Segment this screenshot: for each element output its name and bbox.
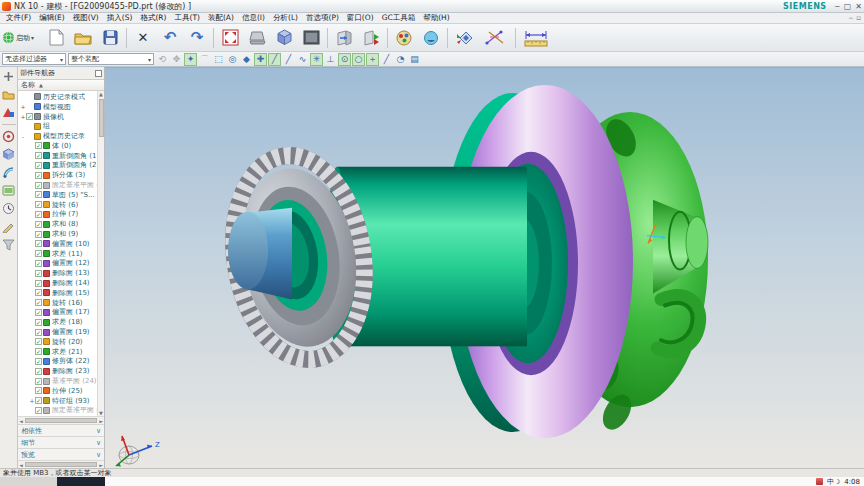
checkbox-icon[interactable] [35,211,42,218]
maximize-button[interactable]: ▢ [844,2,852,11]
tree-row[interactable]: 旋转 (6) [18,200,104,210]
redo-button[interactable]: ↷ [184,25,210,51]
snap-point-toggle[interactable]: ○ [352,53,365,66]
tree-row[interactable]: 求和 (9) [18,229,104,239]
tray-item[interactable]: 中 [827,478,834,486]
expander-icon[interactable]: + [20,103,26,110]
snap-point-toggle[interactable]: ◎ [226,53,239,66]
tree-row[interactable]: 组 [18,121,104,131]
checkbox-icon[interactable] [35,378,42,385]
shaded-display-button[interactable] [271,25,297,51]
tree-row[interactable]: 求差 (18) [18,317,104,327]
tree-row[interactable]: 求差 (11) [18,249,104,259]
checkbox-icon[interactable] [26,113,33,120]
assembly-constraints-button[interactable] [451,25,477,51]
menu-item[interactable]: 文件(F) [2,13,35,23]
snap-point-toggle[interactable]: ✳ [310,53,323,66]
checkbox-icon[interactable] [35,221,42,228]
tree-row[interactable]: 求和 (8) [18,219,104,229]
tree-row[interactable]: 删除面 (23) [18,366,104,376]
snap-point-toggle[interactable]: ＋ [366,53,379,66]
display-mode-button[interactable] [298,25,324,51]
tree-row[interactable]: + 模型视图 [18,102,104,112]
snap-point-toggle[interactable]: ◔ [394,53,407,66]
checkbox-icon[interactable] [35,329,42,336]
start-menu-button[interactable]: 启动 ▾ [2,31,42,44]
snap-point-toggle[interactable]: ◆ [240,53,253,66]
collapsible-panel-header[interactable]: 相依性 ∨ [18,424,104,436]
tree-row[interactable]: 拉伸 (25) [18,386,104,396]
undock-icon[interactable] [95,70,102,77]
title-bar[interactable]: NX 10 - 建模 - [FG20090455-PD.prt (修改的) ] … [0,0,864,13]
scroll-left-icon[interactable]: ◄ [19,462,23,468]
tree-row[interactable]: 固定基准平面 (94) [18,406,104,416]
delete-button[interactable]: ✕ [130,25,156,51]
checkbox-icon[interactable] [35,407,42,414]
collapsible-panel-header[interactable]: 预览 ∨ [18,448,104,460]
checkbox-icon[interactable] [35,309,42,316]
collapsible-panel-header[interactable]: 细节 ∨ [18,436,104,448]
tree-row[interactable]: 删除面 (14) [18,278,104,288]
tree-row[interactable]: 求差 (21) [18,347,104,357]
scroll-down-icon[interactable]: ▼ [99,410,103,416]
checkbox-icon[interactable] [35,172,42,179]
roles-plus-icon[interactable] [2,70,15,83]
scrollbar-thumb[interactable] [25,462,97,467]
menu-item[interactable]: 工具(T) [170,13,203,23]
part-navigator-icon[interactable] [2,130,15,143]
tree-row[interactable]: 旋转 (20) [18,337,104,347]
panel-horizontal-scrollbar[interactable]: ◄ ► [18,460,104,468]
constraint-navigator-icon[interactable] [2,106,15,119]
open-file-button[interactable] [70,25,96,51]
undo-button[interactable]: ↶ [157,25,183,51]
scroll-right-icon[interactable]: ► [99,418,103,424]
tray-item[interactable]: ☽ [834,478,840,486]
tree-row[interactable]: 偏置面 (12) [18,259,104,269]
checkbox-icon[interactable] [35,397,42,404]
tree-row[interactable]: 拉伸 (7) [18,210,104,220]
clip-work-section-button[interactable] [358,25,384,51]
role-palette-button[interactable] [391,25,417,51]
checkbox-icon[interactable] [35,191,42,198]
tree-row[interactable]: - 模型历史记录 [18,131,104,141]
view-orient-button[interactable] [244,25,270,51]
checkbox-icon[interactable] [35,162,42,169]
checkbox-icon[interactable] [35,280,42,287]
tree-row[interactable]: 历史记录模式 [18,92,104,102]
hd3d-tools-icon[interactable] [2,166,15,179]
snap-point-toggle[interactable]: ∿ [296,53,309,66]
minimize-button[interactable]: ‒ [835,2,840,11]
assembly-navigator-icon[interactable] [2,88,15,101]
tree-row[interactable]: 偏置面 (19) [18,327,104,337]
checkbox-icon[interactable] [35,260,42,267]
tree-row[interactable]: 偏置面 (17) [18,308,104,318]
dimension-button[interactable] [519,25,553,51]
menu-item[interactable]: 首选项(P) [302,13,343,23]
checkbox-icon[interactable] [35,299,42,306]
tray-app-icon[interactable] [816,478,823,485]
snap-point-toggle[interactable]: ╱ [268,53,281,66]
menu-item[interactable]: 插入(S) [103,13,137,23]
scroll-left-icon[interactable]: ◄ [19,418,23,424]
snap-point-toggle[interactable]: ✦ [184,53,197,66]
expander-icon[interactable]: - [20,133,26,140]
menu-item[interactable]: 编辑(E) [35,13,69,23]
tree-row[interactable]: 删除面 (15) [18,288,104,298]
checkbox-icon[interactable] [35,338,42,345]
child-restore-button[interactable]: ▫ [856,14,861,22]
checkbox-icon[interactable] [35,142,42,149]
tree-row[interactable]: 体 (0) [18,141,104,151]
tree-vertical-scrollbar[interactable]: ▲ ▼ [97,91,104,416]
menu-item[interactable]: GC工具箱 [378,13,420,23]
web-browser-icon[interactable] [2,184,15,197]
scroll-right-icon[interactable]: ► [99,462,103,468]
viewport-3d[interactable]: Z [105,67,864,468]
tree-row[interactable]: 修剪体 (22) [18,357,104,367]
checkbox-icon[interactable] [35,240,42,247]
tree-row[interactable]: 重新倒圆角 (1) [18,151,104,161]
menu-item[interactable]: 格式(R) [136,13,170,23]
tree-row[interactable]: 草图 (5) "S... [18,190,104,200]
checkbox-icon[interactable] [35,319,42,326]
reuse-library-icon[interactable] [2,148,15,161]
tree-row[interactable]: 重新倒圆角 (2) [18,161,104,171]
